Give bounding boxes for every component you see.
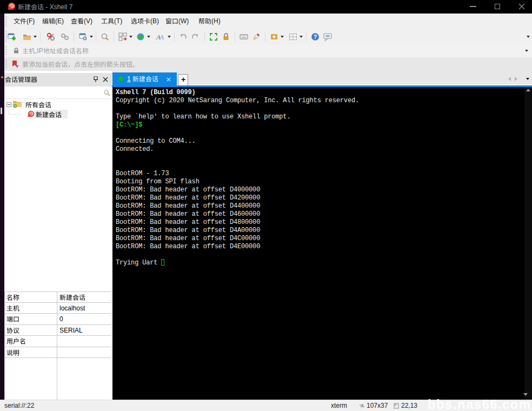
svg-text:?: ? (314, 34, 317, 40)
svg-text:A: A (159, 33, 164, 41)
